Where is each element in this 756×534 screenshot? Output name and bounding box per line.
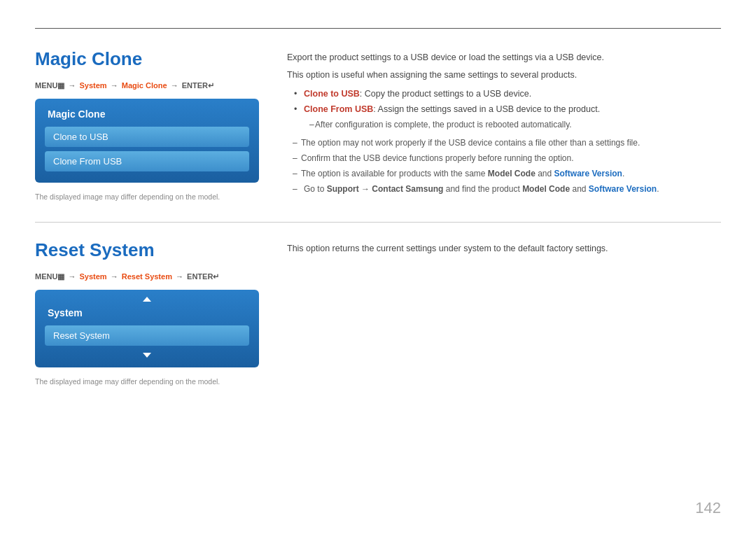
page-container: Magic Clone MENU▦ → System → Magic Clone… bbox=[0, 0, 756, 534]
page-number: 142 bbox=[695, 499, 721, 517]
dash4-arrow: → bbox=[359, 184, 372, 194]
breadcrumb-magic-clone: Magic Clone bbox=[122, 81, 167, 90]
magic-clone-breadcrumb: MENU▦ → System → Magic Clone → ENTER↵ bbox=[35, 81, 259, 90]
magic-clone-title: Magic Clone bbox=[35, 48, 259, 70]
breadcrumb-enter-icon: ↵ bbox=[208, 81, 214, 90]
desc-line1: Export the product settings to a USB dev… bbox=[287, 51, 721, 64]
rs-breadcrumb-enter: ENTER bbox=[187, 272, 213, 281]
system-arrow-down-container bbox=[45, 350, 249, 358]
reset-system-item[interactable]: Reset System bbox=[45, 325, 249, 346]
magic-clone-ui-box: Magic Clone Clone to USB Clone From USB bbox=[35, 99, 259, 183]
ui-box-magic-clone-title: Magic Clone bbox=[45, 108, 249, 120]
sub-bullet1-text: After configuration is complete, the pro… bbox=[315, 120, 572, 129]
reset-system-desc: This option returns the current settings… bbox=[287, 242, 721, 255]
rs-breadcrumb-icon: ▦ bbox=[57, 272, 64, 281]
dash4-period: . bbox=[657, 184, 659, 194]
dash1-text: The option may not work properly if the … bbox=[301, 138, 640, 148]
dash-item-4: Go to Support → Contact Samsung and find… bbox=[287, 183, 721, 195]
dash-item-2: Confirm that the USB device functions pr… bbox=[287, 152, 721, 164]
magic-clone-section: Magic Clone MENU▦ → System → Magic Clone… bbox=[35, 48, 721, 201]
breadcrumb-enter: ENTER bbox=[182, 81, 208, 90]
reset-system-left: Reset System MENU▦ → System → Reset Syst… bbox=[35, 239, 259, 386]
bullet-clone-from-usb: Clone From USB: Assign the settings save… bbox=[294, 103, 721, 131]
desc-bullets: Clone to USB: Copy the product settings … bbox=[294, 87, 721, 132]
dash4-support: Support bbox=[327, 184, 359, 194]
dash4-software: Software Version bbox=[589, 184, 657, 194]
rs-arrow3: → bbox=[176, 272, 186, 281]
dash3-end: . bbox=[622, 169, 624, 178]
rs-arrow2: → bbox=[111, 272, 120, 281]
sub-bullet1: After configuration is complete, the pro… bbox=[304, 118, 721, 131]
bullet-clone-to-usb: Clone to USB: Copy the product settings … bbox=[294, 87, 721, 101]
breadcrumb-arrow3: → bbox=[171, 81, 181, 90]
rs-breadcrumb-reset: Reset System bbox=[122, 272, 172, 281]
clone-from-usb-label: Clone From USB bbox=[304, 104, 373, 114]
system-arrow-up-container bbox=[45, 297, 249, 304]
clone-from-usb-item[interactable]: Clone From USB bbox=[45, 151, 249, 171]
dash-item-3: The option is available for products wit… bbox=[287, 167, 721, 180]
dash4-go: Go to bbox=[304, 184, 327, 194]
reset-system-note: The displayed image may differ depending… bbox=[35, 377, 259, 386]
magic-clone-right: Export the product settings to a USB dev… bbox=[287, 48, 721, 201]
reset-system-breadcrumb: MENU▦ → System → Reset System → ENTER↵ bbox=[35, 272, 259, 281]
top-rule bbox=[35, 28, 721, 29]
arrow-down-icon bbox=[143, 353, 151, 358]
breadcrumb-system: System bbox=[80, 81, 107, 90]
dash4-contact: Contact Samsung bbox=[372, 184, 443, 194]
dash3-model: Model Code bbox=[488, 169, 536, 178]
magic-clone-note: The displayed image may differ depending… bbox=[35, 192, 259, 201]
clone-to-usb-text: : Copy the product settings to a USB dev… bbox=[360, 89, 531, 99]
clone-from-usb-text: : Assign the settings saved in a USB dev… bbox=[373, 104, 600, 114]
dash4-and: and bbox=[570, 184, 589, 194]
dash-item-1: The option may not work properly if the … bbox=[287, 136, 721, 149]
clone-to-usb-label: Clone to USB bbox=[304, 89, 360, 99]
breadcrumb-menu-icon: ▦ bbox=[57, 81, 64, 90]
section-divider bbox=[35, 222, 721, 223]
breadcrumb-arrow1: → bbox=[68, 81, 78, 90]
desc-line2: This option is useful when assigning the… bbox=[287, 69, 721, 82]
ui-box-system-title: System bbox=[45, 307, 249, 318]
breadcrumb-menu-text: MENU bbox=[35, 81, 57, 90]
reset-system-section: Reset System MENU▦ → System → Reset Syst… bbox=[35, 239, 721, 386]
clone-to-usb-item[interactable]: Clone to USB bbox=[45, 127, 249, 147]
rs-enter-icon: ↵ bbox=[213, 272, 219, 281]
rs-breadcrumb-system: System bbox=[80, 272, 107, 281]
dash3-part1: The option is available for products wit… bbox=[301, 169, 488, 178]
reset-system-right: This option returns the current settings… bbox=[287, 239, 721, 386]
breadcrumb-arrow2: → bbox=[111, 81, 120, 90]
dash4-model: Model Code bbox=[522, 184, 570, 194]
rs-arrow1: → bbox=[68, 272, 78, 281]
arrow-up-icon bbox=[143, 297, 151, 302]
magic-clone-left: Magic Clone MENU▦ → System → Magic Clone… bbox=[35, 48, 259, 201]
rs-breadcrumb-menu: MENU bbox=[35, 272, 57, 281]
dash4-text: and find the product bbox=[443, 184, 522, 194]
dash3-software: Software Version bbox=[554, 169, 622, 178]
dash2-text: Confirm that the USB device functions pr… bbox=[301, 153, 574, 163]
reset-system-title: Reset System bbox=[35, 239, 259, 261]
dash3-and: and bbox=[536, 169, 554, 178]
reset-system-ui-box: System Reset System bbox=[35, 290, 259, 367]
